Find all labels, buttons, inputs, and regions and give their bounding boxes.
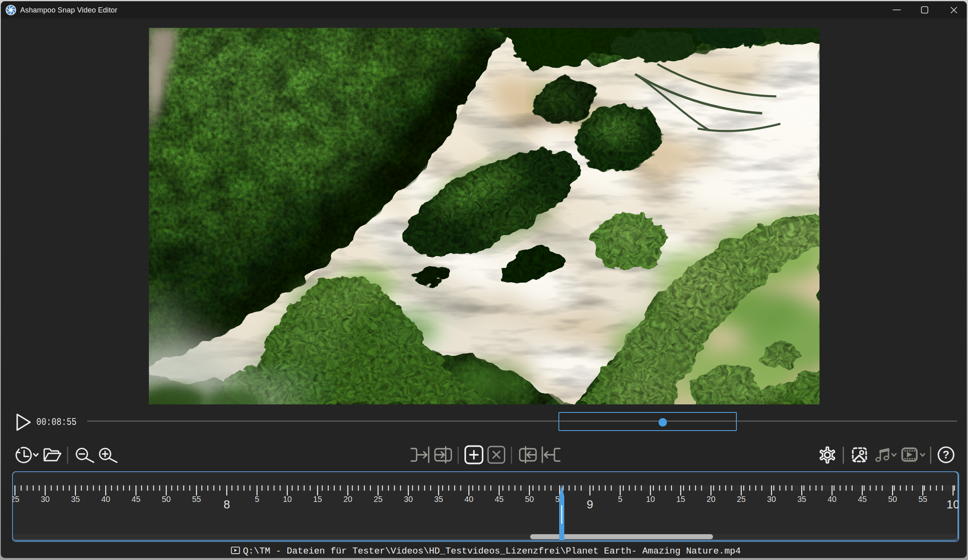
svg-text:15: 15 (313, 495, 322, 504)
svg-text:35: 35 (434, 495, 443, 504)
svg-text:50: 50 (525, 495, 534, 504)
svg-text:45: 45 (495, 495, 504, 504)
svg-text:?: ? (943, 449, 949, 461)
svg-text:5: 5 (255, 495, 259, 504)
svg-text:40: 40 (828, 495, 836, 504)
svg-text:55: 55 (918, 495, 927, 504)
svg-text:55: 55 (192, 495, 201, 504)
svg-text:30: 30 (767, 495, 776, 504)
svg-text:30: 30 (41, 495, 50, 504)
svg-text:45: 45 (132, 495, 140, 504)
svg-text:45: 45 (858, 495, 867, 504)
svg-text:25: 25 (737, 495, 746, 504)
svg-text:50: 50 (888, 495, 897, 504)
svg-text:40: 40 (101, 495, 110, 504)
svg-text:15: 15 (676, 495, 685, 504)
svg-text:30: 30 (404, 495, 413, 504)
svg-text:5: 5 (618, 495, 622, 504)
svg-text:10: 10 (947, 498, 958, 511)
svg-text:50: 50 (162, 495, 171, 504)
svg-text:20: 20 (707, 495, 715, 504)
svg-text:10: 10 (283, 495, 292, 504)
svg-text:9: 9 (587, 498, 593, 511)
svg-text:8: 8 (224, 498, 230, 511)
svg-text:25: 25 (12, 495, 19, 504)
svg-text:40: 40 (464, 495, 473, 504)
svg-text:10: 10 (646, 495, 655, 504)
svg-text:25: 25 (374, 495, 383, 504)
svg-text:35: 35 (71, 495, 80, 504)
svg-text:20: 20 (343, 495, 352, 504)
svg-text:35: 35 (797, 495, 806, 504)
